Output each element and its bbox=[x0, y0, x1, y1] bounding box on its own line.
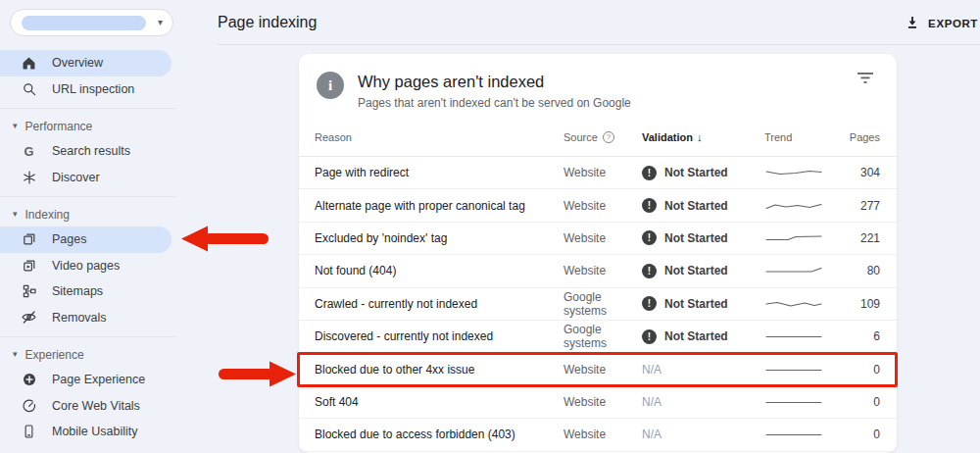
row-pages-count: 0 bbox=[833, 428, 880, 441]
row-trend bbox=[764, 395, 833, 409]
sidebar-item-label: Video pages bbox=[52, 259, 120, 273]
column-header-trend[interactable]: Trend bbox=[764, 131, 833, 143]
table-row[interactable]: Page with redirectWebsite!Not Started304 bbox=[299, 157, 897, 189]
row-reason[interactable]: Blocked due to access forbidden (403) bbox=[315, 428, 564, 441]
column-header-validation-label: Validation bbox=[642, 131, 693, 143]
sidebar-section-indexing[interactable]: ▾Indexing bbox=[0, 202, 176, 226]
card-header: i Why pages aren't indexed Pages that ar… bbox=[299, 54, 897, 110]
table-row[interactable]: Blocked due to access forbidden (403)Web… bbox=[299, 419, 897, 451]
table-row[interactable]: Crawled - currently not indexedGoogle sy… bbox=[299, 288, 897, 321]
row-pages-count: 6 bbox=[833, 329, 880, 343]
row-source: Website bbox=[564, 166, 642, 179]
export-button[interactable]: EXPORT bbox=[898, 12, 980, 35]
sidebar-item-search-results[interactable]: GSearch results bbox=[0, 138, 172, 165]
row-reason[interactable]: Blocked due to other 4xx issue bbox=[315, 363, 564, 377]
discover-icon bbox=[21, 169, 37, 185]
sidebar-item-overview[interactable]: Overview bbox=[0, 50, 172, 76]
help-icon[interactable]: ? bbox=[603, 131, 614, 143]
row-trend bbox=[764, 264, 833, 277]
row-source: Website bbox=[564, 395, 642, 409]
table-row[interactable]: Not found (404)Website!Not Started80 bbox=[299, 255, 897, 287]
row-trend bbox=[764, 166, 833, 179]
row-source: Website bbox=[564, 199, 642, 213]
section-header-label: Performance bbox=[25, 120, 93, 133]
sidebar-item-video-pages[interactable]: Video pages bbox=[0, 253, 172, 279]
sidebar-item-label: Sitemaps bbox=[52, 284, 103, 298]
download-icon bbox=[906, 16, 919, 31]
row-source: Website bbox=[564, 428, 642, 441]
row-reason[interactable]: Page with redirect bbox=[315, 166, 564, 179]
trend-sparkline-icon bbox=[764, 297, 823, 311]
table-row[interactable]: Excluded by 'noindex' tagWebsite!Not Sta… bbox=[299, 223, 897, 255]
row-source: Google systems bbox=[564, 323, 642, 350]
row-reason[interactable]: Excluded by 'noindex' tag bbox=[315, 231, 564, 245]
not-started-icon: ! bbox=[642, 264, 657, 278]
row-source: Website bbox=[564, 363, 642, 377]
table-row[interactable]: Alternate page with proper canonical tag… bbox=[299, 189, 897, 222]
sidebar-item-label: Page Experience bbox=[52, 373, 145, 386]
sidebar-item-label: Removals bbox=[52, 311, 107, 325]
row-source: Website bbox=[564, 231, 642, 245]
row-pages-count: 109 bbox=[833, 297, 880, 311]
column-header-reason[interactable]: Reason bbox=[315, 131, 564, 143]
table-row[interactable]: Discovered - currently not indexedGoogle… bbox=[299, 321, 897, 353]
filter-icon[interactable] bbox=[854, 67, 877, 92]
trend-sparkline-icon bbox=[764, 395, 823, 409]
sidebar-item-pages[interactable]: Pages bbox=[0, 226, 172, 253]
core-web-vitals-icon bbox=[21, 397, 37, 414]
annotation-arrow-blocked-row bbox=[216, 360, 296, 387]
sidebar-item-page-experience[interactable]: Page Experience bbox=[0, 367, 172, 393]
info-icon: i bbox=[317, 72, 344, 99]
trend-sparkline-icon bbox=[764, 231, 823, 245]
trend-sparkline-icon bbox=[764, 428, 823, 441]
sidebar-item-label: URL inspection bbox=[52, 82, 134, 96]
table-row[interactable]: Soft 404WebsiteN/A0 bbox=[299, 386, 897, 419]
svg-text:G: G bbox=[24, 144, 34, 159]
row-source: Website bbox=[564, 264, 642, 277]
sidebar-item-discover[interactable]: Discover bbox=[0, 165, 172, 191]
topbar-divider bbox=[218, 44, 980, 45]
sidebar-item-mobile-usability[interactable]: Mobile Usability bbox=[0, 419, 172, 445]
row-reason[interactable]: Soft 404 bbox=[315, 395, 564, 409]
row-reason[interactable]: Alternate page with proper canonical tag bbox=[315, 199, 564, 213]
google-g-icon: G bbox=[21, 143, 37, 160]
trend-sparkline-icon bbox=[764, 329, 823, 343]
export-label: EXPORT bbox=[928, 18, 978, 29]
sidebar-item-core-web-vitals[interactable]: Core Web Vitals bbox=[0, 393, 172, 420]
sidebar-item-url-inspection[interactable]: URL inspection bbox=[0, 76, 172, 103]
row-validation: !Not Started bbox=[642, 166, 764, 180]
column-header-pages[interactable]: Pages bbox=[833, 131, 880, 143]
sidebar-section-experience[interactable]: ▾Experience bbox=[0, 342, 176, 367]
trend-sparkline-icon bbox=[764, 264, 823, 277]
row-pages-count: 0 bbox=[833, 363, 880, 377]
validation-na-label: N/A bbox=[642, 363, 662, 377]
row-trend bbox=[764, 363, 833, 377]
column-header-validation[interactable]: Validation ↓ bbox=[642, 131, 764, 143]
sidebar-item-removals[interactable]: Removals bbox=[0, 305, 172, 331]
column-header-source-label: Source bbox=[564, 131, 598, 143]
property-name-redacted bbox=[22, 16, 146, 30]
collapse-caret-icon: ▾ bbox=[13, 122, 18, 130]
sitemaps-icon bbox=[21, 283, 37, 300]
card-subtitle: Pages that aren't indexed can't be serve… bbox=[358, 96, 631, 110]
sidebar-nav: OverviewURL inspection▾PerformanceGSearc… bbox=[0, 50, 176, 445]
page-indexing-card: i Why pages aren't indexed Pages that ar… bbox=[299, 54, 897, 453]
table-row-highlighted[interactable]: Blocked due to other 4xx issueWebsiteN/A… bbox=[299, 353, 897, 385]
sidebar-divider bbox=[0, 336, 176, 337]
row-reason[interactable]: Not found (404) bbox=[315, 264, 564, 277]
sidebar-item-label: Pages bbox=[52, 232, 86, 246]
row-validation: !Not Started bbox=[642, 230, 764, 245]
row-reason[interactable]: Crawled - currently not indexed bbox=[315, 297, 564, 311]
row-validation: N/A bbox=[642, 428, 764, 441]
row-validation: !Not Started bbox=[642, 329, 764, 344]
row-pages-count: 80 bbox=[833, 264, 880, 277]
sidebar-section-performance[interactable]: ▾Performance bbox=[0, 114, 176, 138]
table-body: Page with redirectWebsite!Not Started304… bbox=[299, 157, 897, 452]
row-validation: !Not Started bbox=[642, 296, 764, 311]
row-reason[interactable]: Discovered - currently not indexed bbox=[315, 329, 564, 343]
property-selector[interactable]: ▾ bbox=[10, 9, 173, 36]
row-validation: !Not Started bbox=[642, 264, 764, 278]
sidebar-item-sitemaps[interactable]: Sitemaps bbox=[0, 278, 172, 305]
validation-status-label: Not Started bbox=[664, 166, 728, 179]
column-header-source[interactable]: Source ? bbox=[564, 131, 642, 143]
